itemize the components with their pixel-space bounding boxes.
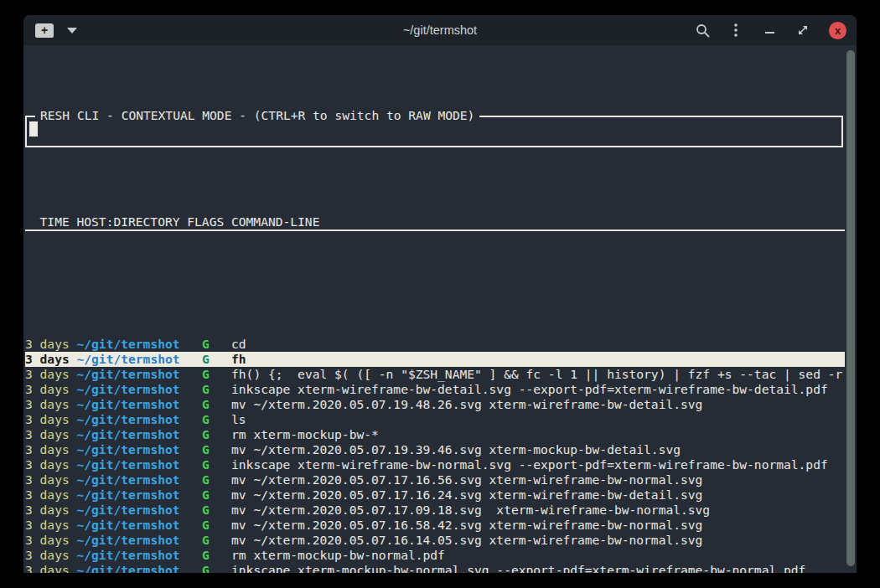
titlebar: + ~/git/termshot: [23, 15, 857, 45]
new-tab-button[interactable]: +: [35, 23, 54, 38]
row-host-directory: ~/git/termshot: [77, 442, 180, 456]
row-flags: G: [202, 412, 210, 426]
row-host-directory: ~/git/termshot: [77, 367, 180, 381]
row-command: mv ~/xterm.2020.05.07.19.39.46.svg xterm…: [231, 442, 681, 456]
search-button[interactable]: [695, 23, 710, 38]
row-command: mv ~/xterm.2020.05.07.16.58.42.svg xterm…: [231, 518, 702, 532]
scrollbar[interactable]: [846, 50, 855, 566]
row-command: mv ~/xterm.2020.05.07.17.16.24.svg xterm…: [231, 487, 702, 502]
row-host-directory: ~/git/termshot: [77, 412, 180, 426]
history-row[interactable]: 3 days ~/git/termshot G ls: [25, 412, 845, 427]
row-host-directory: ~/git/termshot: [77, 533, 180, 547]
chevron-down-icon[interactable]: [67, 28, 77, 34]
history-row[interactable]: 3 days ~/git/termshot G mv ~/xterm.2020.…: [25, 397, 845, 412]
row-time: 3 days: [25, 397, 70, 411]
row-time: 3 days: [25, 472, 70, 487]
row-time: 3 days: [25, 457, 70, 472]
history-row[interactable]: 3 days ~/git/termshot G inkscape xterm-m…: [25, 563, 845, 573]
history-row[interactable]: 3 days ~/git/termshot G inkscape xterm-w…: [25, 382, 845, 397]
history-row[interactable]: 3 days ~/git/termshot G mv ~/xterm.2020.…: [25, 518, 845, 533]
row-command: inkscape xterm-wireframe-bw-detail.svg -…: [231, 382, 828, 396]
restore-icon: [797, 24, 809, 36]
row-flags: G: [202, 352, 210, 366]
menu-button[interactable]: [728, 23, 743, 38]
row-command: rm xterm-mockup-bw-*: [231, 427, 379, 441]
row-flags: G: [202, 518, 210, 532]
row-command: mv ~/xterm.2020.05.07.16.14.05.svg xterm…: [231, 533, 702, 547]
row-host-directory: ~/git/termshot: [77, 382, 180, 396]
row-host-directory: ~/git/termshot: [77, 397, 180, 411]
row-flags: G: [202, 382, 210, 396]
terminal-window: + ~/git/termshot: [23, 15, 857, 573]
close-icon: x: [835, 25, 841, 36]
row-time: 3 days: [25, 337, 70, 351]
row-command: ls: [231, 412, 246, 426]
row-command: inkscape xterm-wireframe-bw-normal.svg -…: [231, 457, 828, 472]
row-flags: G: [202, 563, 210, 573]
restore-button[interactable]: [795, 23, 810, 38]
row-flags: G: [202, 427, 210, 441]
history-row[interactable]: 3 days ~/git/termshot G mv ~/xterm.2020.…: [25, 487, 845, 503]
row-flags: G: [202, 472, 210, 487]
row-host-directory: ~/git/termshot: [77, 352, 180, 366]
row-time: 3 days: [25, 533, 70, 547]
row-command: mv ~/xterm.2020.05.07.17.16.56.svg xterm…: [231, 472, 702, 487]
row-flags: G: [202, 503, 210, 517]
row-host-directory: ~/git/termshot: [77, 563, 180, 573]
row-flags: G: [202, 367, 210, 381]
row-host-directory: ~/git/termshot: [77, 518, 180, 532]
row-time: 3 days: [25, 518, 70, 532]
history-table-header: TIME HOST:DIRECTORY FLAGS COMMAND-LINE: [25, 214, 845, 231]
row-host-directory: ~/git/termshot: [77, 427, 180, 441]
row-command: inkscape xterm-mockup-bw-normal.svg --ex…: [231, 563, 805, 573]
row-time: 3 days: [25, 442, 70, 456]
row-host-directory: ~/git/termshot: [77, 487, 180, 502]
row-flags: G: [202, 442, 210, 456]
row-host-directory: ~/git/termshot: [77, 337, 180, 351]
history-row[interactable]: 3 days ~/git/termshot G rm xterm-mockup-…: [25, 548, 845, 563]
minimize-icon: [765, 32, 774, 34]
history-row[interactable]: 3 days ~/git/termshot G mv ~/xterm.2020.…: [25, 472, 845, 487]
text-cursor: [29, 121, 38, 137]
row-time: 3 days: [25, 412, 70, 426]
search-icon: [696, 23, 710, 38]
row-command: mv ~/xterm.2020.05.07.17.09.18.svg xterm…: [231, 503, 710, 517]
row-flags: G: [202, 457, 210, 472]
history-row[interactable]: 3 days ~/git/termshot G mv ~/xterm.2020.…: [25, 442, 845, 457]
row-time: 3 days: [25, 427, 70, 441]
row-command: cd: [231, 337, 246, 351]
row-host-directory: ~/git/termshot: [77, 472, 180, 487]
kebab-menu-icon: [734, 23, 738, 37]
row-command: fh() {; eval $( ([ -n "$ZSH_NAME" ] && f…: [231, 367, 842, 381]
minimize-button[interactable]: [762, 23, 777, 38]
row-host-directory: ~/git/termshot: [77, 503, 180, 517]
history-row[interactable]: 3 days ~/git/termshot G fh: [25, 352, 845, 367]
plus-icon: +: [41, 24, 48, 36]
history-row[interactable]: 3 days ~/git/termshot G mv ~/xterm.2020.…: [25, 533, 845, 548]
resh-mode-title: RESH CLI - CONTEXTUAL MODE - (CTRL+R to …: [35, 108, 479, 123]
row-time: 3 days: [25, 367, 70, 381]
row-time: 3 days: [25, 352, 70, 366]
row-command: mv ~/xterm.2020.05.07.19.48.26.svg xterm…: [231, 397, 702, 411]
terminal-screen: RESH CLI - CONTEXTUAL MODE - (CTRL+R to …: [23, 45, 857, 573]
row-host-directory: ~/git/termshot: [77, 548, 180, 562]
history-row[interactable]: 3 days ~/git/termshot G mv ~/xterm.2020.…: [25, 503, 845, 518]
history-row[interactable]: 3 days ~/git/termshot G rm xterm-mockup-…: [25, 427, 845, 442]
row-command: fh: [231, 352, 246, 366]
row-flags: G: [202, 533, 210, 547]
history-row[interactable]: 3 days ~/git/termshot G cd: [25, 337, 845, 352]
history-list: 3 days ~/git/termshot G cd3 days ~/git/t…: [25, 291, 845, 573]
row-time: 3 days: [25, 548, 70, 562]
row-command: rm xterm-mockup-bw-normal.pdf: [231, 548, 445, 562]
resh-search-box[interactable]: RESH CLI - CONTEXTUAL MODE - (CTRL+R to …: [25, 116, 843, 147]
close-button[interactable]: x: [829, 22, 846, 39]
row-flags: G: [202, 337, 210, 351]
row-flags: G: [202, 487, 210, 502]
row-host-directory: ~/git/termshot: [77, 457, 180, 472]
history-row[interactable]: 3 days ~/git/termshot G fh() {; eval $( …: [25, 367, 845, 382]
row-time: 3 days: [25, 382, 70, 396]
history-row[interactable]: 3 days ~/git/termshot G inkscape xterm-w…: [25, 457, 845, 472]
row-time: 3 days: [25, 563, 70, 573]
row-flags: G: [202, 548, 210, 562]
row-time: 3 days: [25, 487, 70, 502]
